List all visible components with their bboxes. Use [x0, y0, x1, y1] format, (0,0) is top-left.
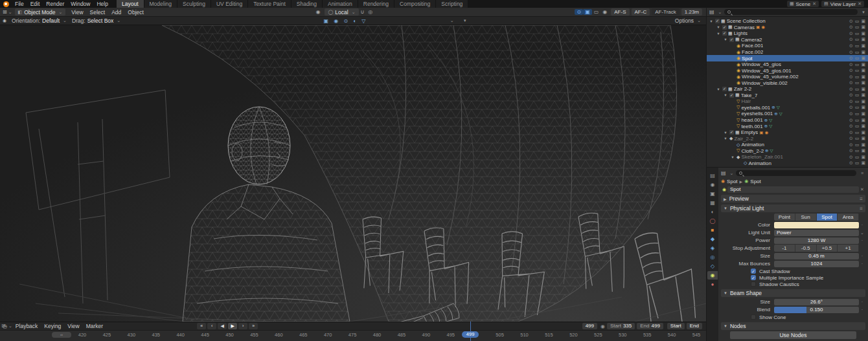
viewport-display-icons[interactable]: ▣ ◉ ⊙ ◐ ▽: [323, 18, 367, 24]
current-frame-field[interactable]: 499: [582, 323, 597, 329]
outliner-item-teeth-001[interactable]: ▽teeth.001⊕▽⊙▭▣: [707, 123, 868, 129]
checkbox-row-shadow-caustics[interactable]: Shadow Caustics: [751, 281, 865, 287]
frame-label-450[interactable]: 450: [222, 332, 238, 338]
disable-in-viewports-icon[interactable]: ▭: [855, 111, 860, 116]
pivot-point-icon[interactable]: ◉: [314, 9, 322, 15]
datablock-name-field[interactable]: Spot: [727, 186, 859, 193]
outliner-item-eyeshells-001[interactable]: ▽eyeshells.001⊕▽⊙▭▣: [707, 111, 868, 117]
range-button-start[interactable]: Start: [667, 323, 685, 329]
disable-in-viewports-icon[interactable]: ▭: [855, 87, 860, 92]
play-button[interactable]: ▶: [228, 323, 237, 329]
frame-label-520[interactable]: 520: [565, 332, 582, 338]
animate-dot-icon[interactable]: ·: [859, 223, 865, 227]
frame-label-485[interactable]: 485: [393, 332, 410, 338]
outliner-item-window-visible-002[interactable]: ◉Window_visible.002⊙▭▣: [707, 80, 868, 86]
disable-in-viewports-icon[interactable]: ▭: [855, 124, 860, 129]
outliner-item-spot[interactable]: ◉Spot⊙▭▣: [707, 55, 868, 61]
snap-magnet-icon[interactable]: ∪: [359, 9, 367, 15]
disable-in-renders-icon[interactable]: ▣: [861, 50, 865, 55]
properties-tab-modifiers[interactable]: ◆: [707, 235, 718, 243]
disable-in-viewports-icon[interactable]: ▭: [855, 105, 860, 110]
options-menu[interactable]: Options ⌄: [675, 17, 701, 24]
orientation-setting[interactable]: Orientation: Default ⌄: [12, 17, 67, 24]
expand-arrow-icon[interactable]: ▼: [723, 38, 728, 41]
hide-in-viewport-icon[interactable]: ⊙: [849, 148, 853, 153]
frame-label-460[interactable]: 460: [270, 332, 287, 338]
expand-arrow-icon[interactable]: ▼: [709, 19, 714, 23]
workspace-tab-uv-editing[interactable]: UV Editing: [211, 0, 248, 8]
properties-editor-icon[interactable]: ▤: [721, 170, 726, 176]
checkbox-icon[interactable]: [751, 281, 756, 287]
hide-in-viewport-icon[interactable]: ⊙: [849, 25, 853, 30]
frame-label-505[interactable]: 505: [492, 332, 508, 338]
collection-checkbox[interactable]: ✓: [729, 130, 734, 135]
collection-checkbox[interactable]: ✓: [729, 38, 734, 42]
outliner-item-face-002[interactable]: ◉Face.002⊙▭▣: [707, 49, 868, 56]
disable-in-renders-icon[interactable]: ▣: [861, 68, 865, 73]
disable-in-viewports-icon[interactable]: ▭: [855, 74, 860, 80]
hide-in-viewport-icon[interactable]: ⊙: [849, 142, 853, 148]
disable-in-renders-icon[interactable]: ▣: [861, 160, 865, 166]
range-button-end[interactable]: End: [687, 323, 702, 329]
filter-icon[interactable]: ≡: [859, 171, 865, 175]
hide-in-viewport-icon[interactable]: ⊙: [849, 56, 853, 61]
outliner-item-camera2[interactable]: ▼✓▦Camera2⊙▭▣: [707, 37, 868, 43]
max-bounces-field[interactable]: 1024: [774, 261, 859, 267]
outliner-mode-dropdown-icon[interactable]: ⌄: [718, 10, 722, 15]
hide-in-viewport-icon[interactable]: ⊙: [849, 68, 853, 73]
button-af-track[interactable]: AF-Track: [652, 8, 680, 16]
disable-in-renders-icon[interactable]: ▣: [861, 31, 865, 36]
expand-arrow-icon[interactable]: ▼: [716, 32, 721, 36]
xray-toggle-icon[interactable]: ▭: [592, 9, 601, 15]
properties-tab-object[interactable]: ■: [707, 226, 718, 234]
hide-in-viewport-icon[interactable]: ⊙: [849, 19, 853, 24]
outliner-item-window-45-glos[interactable]: ◉Window_45_glos⊙▭▣: [707, 61, 868, 68]
hide-in-viewport-icon[interactable]: ⊙: [849, 136, 853, 141]
disable-in-renders-icon[interactable]: ▣: [861, 74, 865, 80]
frame-label-475[interactable]: 475: [344, 332, 361, 338]
collection-checkbox[interactable]: ✓: [729, 93, 734, 98]
frame-label-525[interactable]: 525: [589, 332, 606, 338]
disable-in-renders-icon[interactable]: ▣: [861, 99, 865, 104]
menu-window[interactable]: Window: [67, 1, 93, 7]
scene-selector[interactable]: ▦ Scene ✕: [787, 1, 819, 7]
checkbox-row-multiple-importance-sample[interactable]: ✓Multiple Importance Sample: [751, 274, 865, 281]
breadcrumb-data[interactable]: Spot: [750, 179, 760, 184]
workspace-tab-scripting[interactable]: Scripting: [436, 0, 468, 8]
frame-label-530[interactable]: 530: [614, 332, 631, 338]
workspace-tab-sculpting[interactable]: Sculpting: [177, 0, 211, 8]
shading-mode-icon[interactable]: ◉: [600, 9, 609, 15]
disable-in-renders-icon[interactable]: ▣: [861, 142, 865, 148]
disable-in-renders-icon[interactable]: ▣: [861, 25, 865, 30]
disable-in-viewports-icon[interactable]: ▭: [855, 99, 860, 104]
outliner-editor-icon[interactable]: ▤: [709, 9, 714, 15]
animate-dot-icon[interactable]: ·: [859, 238, 865, 243]
properties-tab-render[interactable]: ◉: [707, 181, 718, 189]
hide-in-viewport-icon[interactable]: ⊙: [849, 130, 853, 135]
timeline-corner-icon[interactable]: ⊞: [1, 323, 6, 329]
disable-in-renders-icon[interactable]: ▣: [861, 56, 865, 61]
view-layer-selector[interactable]: ▤ View Layer ✕: [821, 1, 864, 7]
light-type-point[interactable]: Point: [774, 214, 795, 221]
outliner-item-cloth-2-2[interactable]: ▽Cloth_2-2⊕▽⊙▭▣: [707, 148, 868, 154]
animate-dot-icon[interactable]: ·: [859, 261, 865, 266]
outliner-item-emptys[interactable]: ▼✓▦Emptys▣◉⊙▭▣: [707, 129, 868, 136]
frame-label-510[interactable]: 510: [516, 332, 533, 338]
show-cone-checkbox-row[interactable]: Show Cone: [751, 314, 865, 320]
expand-arrow-icon[interactable]: ▼: [716, 87, 721, 91]
expand-arrow-icon[interactable]: ▼: [723, 93, 728, 97]
use-nodes-button[interactable]: Use Nodes: [730, 331, 856, 339]
workspace-tab-shading[interactable]: Shading: [291, 0, 323, 8]
checkbox-icon[interactable]: ✓: [751, 275, 756, 280]
timeline-scrollbar[interactable]: ‹‹: [52, 332, 71, 338]
outliner-item-head-001[interactable]: ▽head.001⊕▽⊙▭▣: [707, 117, 868, 124]
collection-checkbox[interactable]: ✓: [722, 31, 727, 36]
fake-user-icon[interactable]: ✕: [859, 187, 865, 192]
timeline-ruler[interactable]: 4204254304354404454504554604654704754804…: [0, 330, 706, 341]
focus-distance-field[interactable]: 1.23m: [681, 8, 702, 16]
workspace-tab-modeling[interactable]: Modeling: [144, 0, 178, 8]
disable-in-renders-icon[interactable]: ▣: [861, 93, 865, 98]
outliner-item-eyeballs-001[interactable]: ▽eyeballs.001⊕▽⊙▭▣: [707, 105, 868, 111]
frame-label-545[interactable]: 545: [688, 332, 705, 338]
next-keyframe-button[interactable]: ›: [238, 323, 247, 329]
